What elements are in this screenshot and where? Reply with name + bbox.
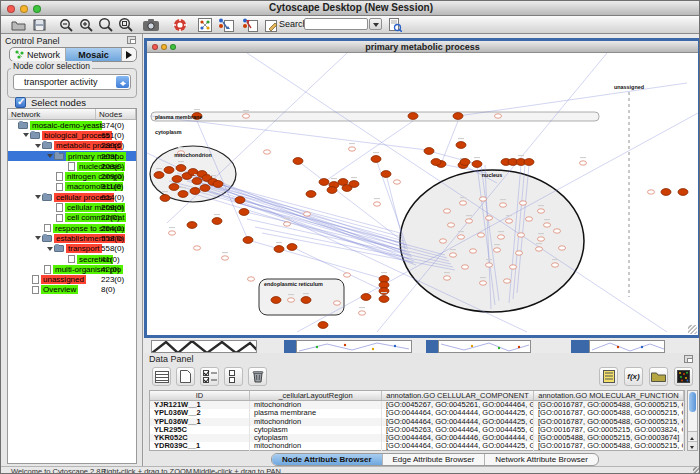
graph-node[interactable] — [450, 253, 457, 257]
attribute-matrix-icon[interactable] — [674, 367, 693, 386]
function-builder-icon[interactable]: f(x) — [624, 367, 643, 386]
graph-node[interactable] — [495, 114, 502, 118]
graph-node-selected[interactable] — [178, 191, 188, 198]
attribute-table-icon[interactable] — [152, 367, 171, 386]
graph-node[interactable] — [648, 190, 655, 194]
help-lifering-icon[interactable] — [171, 17, 188, 32]
column-header[interactable]: ID — [150, 391, 250, 400]
graph-node[interactable] — [462, 265, 469, 269]
graph-node-selected[interactable] — [524, 159, 534, 166]
zoom-in-icon[interactable] — [77, 17, 94, 32]
unselect-attributes-icon[interactable] — [224, 367, 243, 386]
background-window-fragment[interactable] — [296, 340, 412, 353]
graph-edge[interactable] — [167, 53, 347, 223]
graph-node[interactable] — [498, 235, 505, 239]
graph-node-selected[interactable] — [472, 161, 482, 168]
tree-row[interactable]: cellular process614(0) — [8, 192, 136, 202]
expand-arrow-icon[interactable] — [45, 244, 54, 254]
zoom-selected-icon[interactable] — [117, 17, 134, 32]
search-dropdown-icon[interactable] — [369, 18, 382, 30]
graph-node-selected[interactable] — [678, 189, 688, 196]
graph-node-selected[interactable] — [169, 184, 179, 191]
advanced-search-icon[interactable] — [386, 17, 403, 32]
region-plasma-membrane[interactable] — [151, 112, 599, 121]
graph-node-selected[interactable] — [164, 167, 174, 174]
graph-edge[interactable] — [248, 240, 384, 279]
graph-node-selected[interactable] — [379, 288, 389, 295]
graph-node[interactable] — [486, 263, 493, 267]
graph-node[interactable] — [486, 216, 493, 220]
graph-edge[interactable] — [386, 174, 405, 249]
graph-node[interactable] — [536, 247, 543, 251]
expand-arrow-icon[interactable] — [45, 151, 54, 161]
background-window-fragment[interactable] — [438, 340, 531, 353]
graph-node[interactable] — [334, 301, 341, 305]
region-nucleus[interactable] — [400, 170, 584, 312]
open-file-icon[interactable] — [10, 17, 27, 32]
network-overview-icon[interactable] — [196, 17, 213, 32]
snapshot-camera-icon[interactable] — [142, 17, 159, 32]
background-window-fragment[interactable] — [426, 340, 438, 353]
tree-row[interactable]: nucleobase-209(0) — [8, 161, 136, 171]
tree-row[interactable]: response to stimulu264(0) — [8, 223, 136, 233]
graph-node[interactable] — [554, 229, 561, 233]
graph-node-selected[interactable] — [274, 246, 284, 253]
import-attributes-icon[interactable] — [649, 367, 668, 386]
tab-network[interactable]: Network — [10, 48, 66, 61]
graph-node[interactable] — [374, 202, 381, 206]
search-input[interactable] — [304, 18, 368, 30]
background-window-fragment[interactable] — [571, 340, 589, 353]
graph-node[interactable] — [518, 233, 525, 237]
zoom-out-icon[interactable] — [57, 17, 74, 32]
tab-network-attribute-browser[interactable]: Network Attribute Browser — [485, 454, 597, 465]
tree-row[interactable]: mosaic-demo-yeast874(0) — [8, 120, 136, 130]
graph-node-selected[interactable] — [293, 158, 303, 165]
graph-node[interactable] — [526, 217, 533, 221]
graph-node-selected[interactable] — [287, 244, 297, 251]
graph-node-selected[interactable] — [453, 113, 463, 120]
graph-node[interactable] — [349, 147, 356, 151]
graph-node-selected[interactable] — [371, 156, 381, 163]
graph-node-selected[interactable] — [243, 237, 253, 244]
tab-overflow-arrow-icon[interactable] — [122, 48, 136, 61]
graph-node[interactable] — [516, 251, 523, 255]
background-window-fragment[interactable] — [589, 340, 665, 353]
table-row[interactable]: YPL036W__2plasma membrane[GO:0044464, GO… — [150, 409, 684, 417]
tree-row[interactable]: macromolecule311(0) — [8, 182, 136, 192]
graph-node[interactable] — [504, 279, 511, 283]
graph-node-selected[interactable] — [271, 297, 281, 304]
graph-node-selected[interactable] — [235, 197, 245, 204]
float-panel-icon[interactable] — [127, 36, 136, 44]
tree-row[interactable]: unassigned223(0) — [8, 274, 136, 284]
annotation-icon[interactable] — [263, 17, 280, 32]
expand-arrow-icon[interactable] — [21, 130, 30, 140]
graph-node-selected[interactable] — [408, 113, 418, 120]
window-resize-grip[interactable] — [688, 325, 697, 334]
column-header[interactable]: _cellularLayoutRegion — [250, 391, 382, 400]
graph-node-selected[interactable] — [431, 159, 441, 166]
graph-node[interactable] — [480, 197, 487, 201]
tab-edge-attribute-browser[interactable]: Edge Attribute Browser — [383, 454, 486, 465]
tree-header-network[interactable]: Network — [8, 109, 96, 119]
column-header[interactable]: annotation.GO CELLULAR_COMPONENT — [382, 391, 534, 400]
graph-node[interactable] — [440, 239, 447, 243]
graph-node[interactable] — [248, 277, 255, 281]
create-view-icon[interactable] — [217, 17, 234, 32]
graph-node[interactable] — [243, 114, 250, 118]
select-attributes-icon[interactable] — [200, 367, 219, 386]
expand-arrow-icon[interactable] — [33, 141, 42, 151]
graph-node[interactable] — [460, 201, 467, 205]
tree-row[interactable]: biological_process651(0) — [8, 130, 136, 140]
graph-edge[interactable] — [441, 121, 458, 164]
float-panel-icon[interactable] — [684, 355, 693, 363]
table-row[interactable]: YKR052Ccytoplasm[GO:0044464, GO:0044446,… — [150, 434, 684, 442]
tree-row[interactable]: primary metabo209(... — [8, 151, 136, 161]
graph-node-selected[interactable] — [460, 159, 470, 166]
tree-row[interactable]: multi-organism pro42(0) — [8, 264, 136, 274]
graph-node[interactable] — [559, 246, 566, 250]
graph-node-selected[interactable] — [318, 322, 328, 329]
graph-node-selected[interactable] — [187, 222, 197, 229]
graph-node-selected[interactable] — [172, 176, 182, 183]
attribute-list-icon[interactable] — [599, 367, 618, 386]
network-canvas[interactable]: plasma membranecytoplasmmitochondrionnuc… — [147, 53, 698, 335]
